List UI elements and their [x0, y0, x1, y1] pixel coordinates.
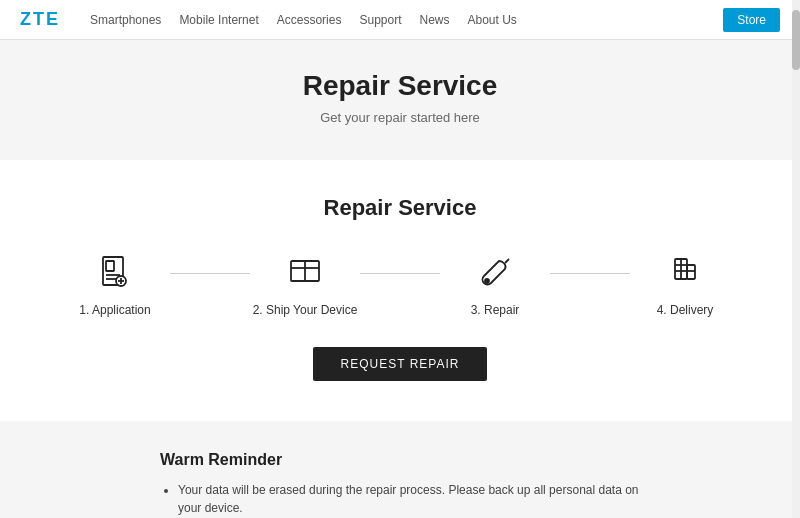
scrollbar-thumb[interactable] — [792, 10, 800, 70]
reminder-list: Your data will be erased during the repa… — [160, 481, 640, 518]
store-button[interactable]: Store — [723, 8, 780, 32]
svg-line-11 — [505, 259, 509, 263]
step-repair: 3. Repair — [435, 251, 555, 317]
connector-3 — [550, 273, 630, 274]
ship-icon — [283, 251, 327, 295]
hero-title: Repair Service — [20, 70, 780, 102]
connector-2 — [360, 273, 440, 274]
reminder-section: Warm Reminder Your data will be erased d… — [0, 421, 800, 518]
scrollbar[interactable] — [792, 0, 800, 518]
step-application-label: 1. Application — [79, 303, 150, 317]
nav-about[interactable]: About Us — [468, 13, 517, 27]
step-application: 1. Application — [55, 251, 175, 317]
connector-1 — [170, 273, 250, 274]
steps-section: Repair Service 1. Application — [0, 160, 800, 421]
reminder-title: Warm Reminder — [160, 451, 640, 469]
svg-point-10 — [485, 279, 489, 283]
header: ZTE Smartphones Mobile Internet Accessor… — [0, 0, 800, 40]
step-repair-label: 3. Repair — [471, 303, 520, 317]
svg-rect-1 — [106, 261, 114, 271]
application-icon — [93, 251, 137, 295]
step-ship-label: 2. Ship Your Device — [253, 303, 358, 317]
nav-accessories[interactable]: Accessories — [277, 13, 342, 27]
hero-subtitle: Get your repair started here — [20, 110, 780, 125]
logo[interactable]: ZTE — [20, 9, 60, 30]
reminder-item-1: Your data will be erased during the repa… — [178, 481, 640, 517]
step-delivery: 4. Delivery — [625, 251, 745, 317]
steps-container: 1. Application 2. Ship Your Device — [20, 251, 780, 317]
nav-support[interactable]: Support — [359, 13, 401, 27]
repair-icon — [473, 251, 517, 295]
nav: Smartphones Mobile Internet Accessories … — [90, 13, 723, 27]
step-delivery-label: 4. Delivery — [657, 303, 714, 317]
step-ship: 2. Ship Your Device — [245, 251, 365, 317]
nav-smartphones[interactable]: Smartphones — [90, 13, 161, 27]
svg-rect-13 — [687, 265, 695, 279]
nav-mobile-internet[interactable]: Mobile Internet — [179, 13, 258, 27]
request-repair-button[interactable]: REQUEST REPAIR — [313, 347, 488, 381]
steps-title: Repair Service — [20, 195, 780, 221]
nav-news[interactable]: News — [419, 13, 449, 27]
delivery-icon — [663, 251, 707, 295]
hero-section: Repair Service Get your repair started h… — [0, 40, 800, 160]
